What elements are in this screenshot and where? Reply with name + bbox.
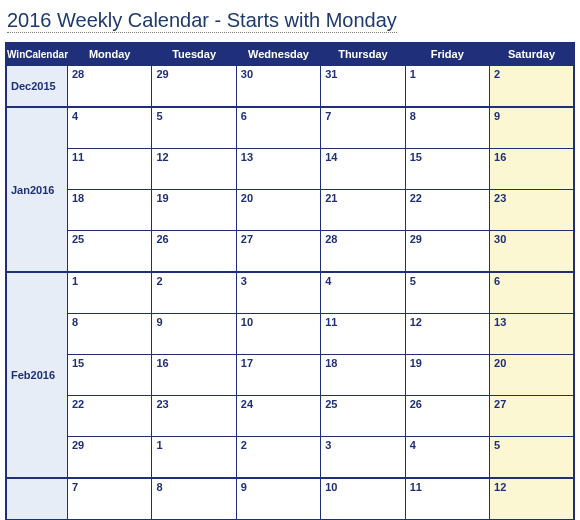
day-cell: 1 bbox=[152, 437, 236, 479]
day-cell: 21 bbox=[321, 190, 405, 231]
week-row: 2912345 bbox=[6, 437, 574, 479]
day-cell: 30 bbox=[236, 65, 320, 107]
page-title: 2016 Weekly Calendar - Starts with Monda… bbox=[5, 5, 575, 38]
day-cell: 19 bbox=[405, 355, 489, 396]
week-row: 151617181920 bbox=[6, 355, 574, 396]
day-cell: 2 bbox=[152, 272, 236, 314]
month-label: Feb2016 bbox=[6, 272, 68, 478]
day-cell: 6 bbox=[490, 272, 574, 314]
day-cell: 5 bbox=[490, 437, 574, 479]
day-cell: 2 bbox=[236, 437, 320, 479]
day-header: Thursday bbox=[321, 43, 405, 65]
day-cell: 10 bbox=[236, 314, 320, 355]
week-row: 789101112 bbox=[6, 478, 574, 520]
day-cell: 2 bbox=[490, 65, 574, 107]
day-cell: 5 bbox=[405, 272, 489, 314]
day-cell: 17 bbox=[236, 355, 320, 396]
week-row: 252627282930 bbox=[6, 231, 574, 273]
week-row: Jan2016456789 bbox=[6, 107, 574, 149]
day-cell: 1 bbox=[68, 272, 152, 314]
day-cell: 18 bbox=[321, 355, 405, 396]
day-cell: 4 bbox=[321, 272, 405, 314]
corner-label: WinCalendar bbox=[6, 43, 68, 65]
day-cell: 8 bbox=[405, 107, 489, 149]
day-cell: 23 bbox=[490, 190, 574, 231]
calendar-table: WinCalendar Monday Tuesday Wednesday Thu… bbox=[5, 42, 575, 520]
day-cell: 8 bbox=[152, 478, 236, 520]
day-header: Saturday bbox=[490, 43, 574, 65]
day-cell: 15 bbox=[405, 149, 489, 190]
day-cell: 6 bbox=[236, 107, 320, 149]
day-header: Wednesday bbox=[236, 43, 320, 65]
day-cell: 27 bbox=[490, 396, 574, 437]
day-cell: 29 bbox=[152, 65, 236, 107]
day-cell: 22 bbox=[68, 396, 152, 437]
day-cell: 26 bbox=[152, 231, 236, 273]
day-cell: 12 bbox=[490, 478, 574, 520]
day-cell: 13 bbox=[490, 314, 574, 355]
day-cell: 20 bbox=[490, 355, 574, 396]
week-row: Dec20152829303112 bbox=[6, 65, 574, 107]
day-cell: 27 bbox=[236, 231, 320, 273]
day-cell: 9 bbox=[490, 107, 574, 149]
day-cell: 28 bbox=[321, 231, 405, 273]
day-cell: 24 bbox=[236, 396, 320, 437]
day-cell: 5 bbox=[152, 107, 236, 149]
day-cell: 12 bbox=[152, 149, 236, 190]
day-cell: 11 bbox=[68, 149, 152, 190]
day-cell: 11 bbox=[405, 478, 489, 520]
day-cell: 8 bbox=[68, 314, 152, 355]
day-cell: 29 bbox=[68, 437, 152, 479]
day-cell: 1 bbox=[405, 65, 489, 107]
day-cell: 14 bbox=[321, 149, 405, 190]
day-cell: 7 bbox=[68, 478, 152, 520]
month-label: Dec2015 bbox=[6, 65, 68, 107]
day-cell: 9 bbox=[236, 478, 320, 520]
week-row: 181920212223 bbox=[6, 190, 574, 231]
day-cell: 29 bbox=[405, 231, 489, 273]
day-cell: 7 bbox=[321, 107, 405, 149]
week-row: 8910111213 bbox=[6, 314, 574, 355]
day-header: Tuesday bbox=[152, 43, 236, 65]
day-header: Monday bbox=[68, 43, 152, 65]
day-cell: 4 bbox=[68, 107, 152, 149]
day-header: Friday bbox=[405, 43, 489, 65]
day-cell: 16 bbox=[152, 355, 236, 396]
day-cell: 22 bbox=[405, 190, 489, 231]
day-cell: 20 bbox=[236, 190, 320, 231]
day-cell: 30 bbox=[490, 231, 574, 273]
day-cell: 13 bbox=[236, 149, 320, 190]
day-cell: 25 bbox=[321, 396, 405, 437]
day-cell: 28 bbox=[68, 65, 152, 107]
day-cell: 12 bbox=[405, 314, 489, 355]
day-cell: 11 bbox=[321, 314, 405, 355]
day-cell: 19 bbox=[152, 190, 236, 231]
day-cell: 16 bbox=[490, 149, 574, 190]
day-cell: 4 bbox=[405, 437, 489, 479]
week-row: Feb2016123456 bbox=[6, 272, 574, 314]
week-row: 222324252627 bbox=[6, 396, 574, 437]
week-row: 111213141516 bbox=[6, 149, 574, 190]
day-cell: 26 bbox=[405, 396, 489, 437]
day-cell: 3 bbox=[236, 272, 320, 314]
header-row: WinCalendar Monday Tuesday Wednesday Thu… bbox=[6, 43, 574, 65]
day-cell: 31 bbox=[321, 65, 405, 107]
day-cell: 10 bbox=[321, 478, 405, 520]
month-label: Jan2016 bbox=[6, 107, 68, 272]
month-label bbox=[6, 478, 68, 520]
day-cell: 23 bbox=[152, 396, 236, 437]
day-cell: 15 bbox=[68, 355, 152, 396]
day-cell: 3 bbox=[321, 437, 405, 479]
day-cell: 9 bbox=[152, 314, 236, 355]
day-cell: 25 bbox=[68, 231, 152, 273]
day-cell: 18 bbox=[68, 190, 152, 231]
